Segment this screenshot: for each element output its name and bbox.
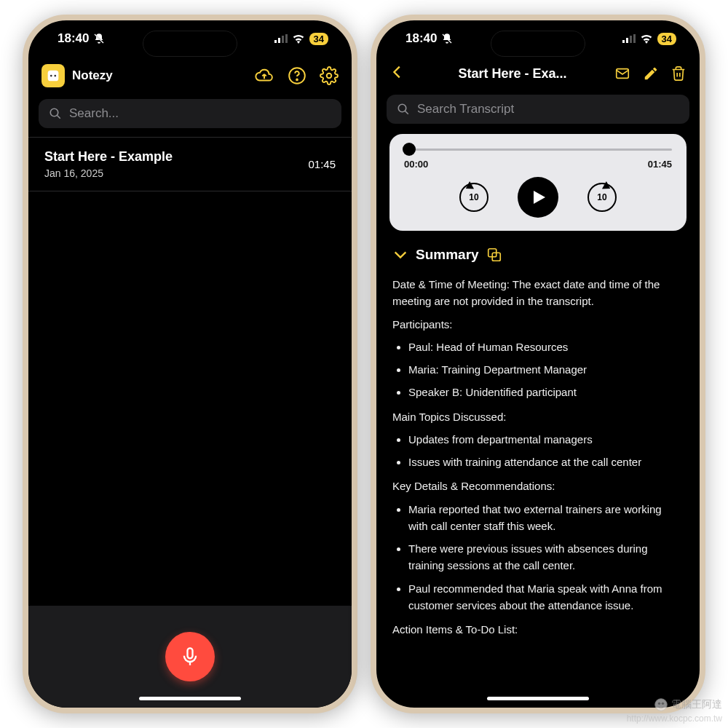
- help-icon[interactable]: [288, 66, 306, 85]
- rewind-arrow-icon: [464, 181, 475, 192]
- dnd-icon: [93, 33, 105, 44]
- svg-point-32: [662, 703, 664, 705]
- svg-marker-25: [464, 181, 474, 192]
- topic-item: Updates from departmental managers: [408, 431, 684, 448]
- search-transcript-input[interactable]: Search Transcript: [387, 95, 689, 124]
- participant-item: Speaker B: Unidentified participant: [408, 384, 684, 400]
- svg-point-11: [327, 74, 332, 79]
- watermark: 電腦王阿達 http://www.kocpc.com.tw: [627, 697, 722, 724]
- note-date: Jan 16, 2025: [44, 167, 173, 179]
- svg-rect-6: [48, 71, 59, 82]
- wifi-icon: [640, 34, 653, 44]
- app-logo-icon: [41, 64, 65, 87]
- svg-line-24: [405, 111, 408, 114]
- search-icon: [49, 107, 62, 120]
- participants-head: Participants:: [392, 316, 684, 333]
- svg-rect-19: [633, 34, 636, 43]
- svg-rect-16: [622, 40, 625, 43]
- detail-header: Start Here - Exa...: [376, 57, 700, 92]
- svg-point-12: [50, 108, 58, 116]
- note-duration: 01:45: [308, 158, 336, 170]
- battery-badge: 34: [657, 33, 676, 45]
- svg-rect-4: [282, 36, 284, 43]
- key-item: Maria reported that two external trainer…: [408, 501, 684, 535]
- search-placeholder: Search...: [69, 106, 119, 121]
- forward-arrow-icon: [601, 181, 612, 192]
- key-item: There were previous issues with absences…: [408, 540, 684, 574]
- mail-icon[interactable]: [614, 66, 631, 82]
- battery-badge: 34: [309, 33, 328, 45]
- delete-icon[interactable]: [670, 65, 687, 82]
- copy-icon[interactable]: [486, 247, 502, 263]
- svg-point-10: [296, 79, 298, 81]
- play-button[interactable]: [518, 177, 558, 218]
- topics-head: Main Topics Discussed:: [392, 408, 684, 425]
- time-total: 01:45: [648, 159, 672, 170]
- mic-icon: [180, 646, 200, 667]
- detail-title: Start Here - Exa...: [411, 66, 614, 82]
- summary-section-header[interactable]: Summary: [376, 241, 700, 267]
- app-name: Notezy: [72, 68, 113, 83]
- summary-body: Date & Time of Meeting: The exact date a…: [376, 267, 700, 638]
- search-icon: [397, 103, 410, 116]
- home-indicator[interactable]: [139, 697, 241, 700]
- svg-point-30: [655, 699, 668, 711]
- watermark-url: http://www.kocpc.com.tw: [627, 713, 722, 724]
- participant-item: Paul: Head of Human Resources: [408, 339, 684, 355]
- settings-icon[interactable]: [320, 66, 339, 85]
- svg-rect-14: [188, 648, 193, 658]
- forward-10-button[interactable]: 10: [587, 183, 617, 212]
- svg-rect-17: [626, 38, 628, 43]
- record-tray: [28, 606, 352, 708]
- time-current: 00:00: [404, 159, 428, 170]
- cellular-icon: [274, 34, 288, 43]
- scrubber-thumb[interactable]: [403, 143, 416, 156]
- cellular-icon: [622, 34, 636, 43]
- back-button[interactable]: [389, 64, 411, 83]
- rewind-10-button[interactable]: 10: [459, 183, 488, 212]
- svg-marker-26: [534, 191, 545, 204]
- summary-title: Summary: [416, 247, 479, 263]
- chevron-down-icon: [392, 247, 408, 263]
- dynamic-island: [491, 31, 585, 57]
- edit-icon[interactable]: [643, 66, 659, 82]
- status-time: 18:40: [405, 31, 437, 46]
- note-row[interactable]: Start Here - Example Jan 16, 2025 01:45: [28, 137, 352, 191]
- actions-head: Action Items & To-Do List:: [392, 621, 684, 638]
- search-input[interactable]: Search...: [39, 99, 341, 128]
- chevron-left-icon: [389, 64, 405, 80]
- topic-item: Issues with training attendance at the c…: [408, 454, 684, 470]
- svg-marker-27: [602, 181, 612, 192]
- svg-rect-2: [274, 40, 277, 43]
- svg-rect-5: [285, 34, 288, 43]
- audio-player: 00:00 01:45 10 10: [389, 134, 687, 231]
- watermark-icon: [654, 697, 668, 712]
- home-indicator[interactable]: [487, 697, 589, 700]
- app-header: Notezy: [28, 57, 352, 96]
- scrubber[interactable]: [404, 144, 672, 154]
- wifi-icon: [292, 34, 305, 44]
- svg-line-13: [57, 115, 60, 119]
- note-title: Start Here - Example: [44, 149, 173, 165]
- key-item: Paul recommended that Maria speak with A…: [408, 580, 684, 614]
- svg-rect-3: [278, 38, 280, 43]
- play-icon: [529, 188, 547, 207]
- summary-datetime: Date & Time of Meeting: The exact date a…: [392, 276, 684, 310]
- key-head: Key Details & Recommendations:: [392, 478, 684, 494]
- record-button[interactable]: [165, 632, 215, 681]
- svg-point-8: [54, 75, 56, 77]
- dynamic-island: [143, 31, 237, 57]
- status-time: 18:40: [58, 31, 89, 46]
- search-placeholder: Search Transcript: [417, 102, 514, 116]
- svg-point-31: [658, 703, 660, 705]
- dnd-icon: [441, 33, 453, 44]
- svg-point-23: [398, 104, 406, 112]
- svg-point-7: [50, 75, 52, 77]
- svg-rect-18: [630, 36, 632, 43]
- participant-item: Maria: Training Department Manager: [408, 361, 684, 378]
- phone-left: 18:40 34 Notezy Search... Start Here - E…: [23, 15, 357, 713]
- phone-right: 18:40 34 Start Here - Exa... Search Tran…: [371, 15, 705, 713]
- cloud-upload-icon[interactable]: [254, 66, 274, 85]
